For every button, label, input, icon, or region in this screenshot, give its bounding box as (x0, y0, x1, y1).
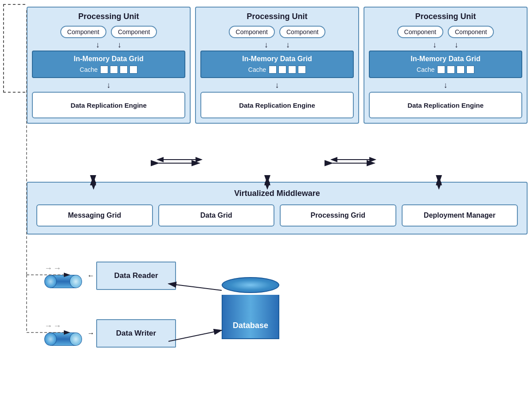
pu3-cache-block-3 (457, 66, 465, 74)
svg-line-15 (168, 330, 222, 341)
pu1-cache-block-4 (129, 66, 137, 74)
pu3-component-2: Component (448, 26, 494, 38)
data-reader-box: Data Reader (96, 262, 176, 290)
pu1-component-2: Component (111, 26, 157, 38)
gray-arrow-2-writer: → (53, 321, 61, 331)
pu1-cache-row: Cache (37, 66, 180, 74)
pu2-imdg-title: In-Memory Data Grid (206, 55, 348, 63)
vert-arrow-pu2-mw (261, 176, 274, 190)
pu2-cache-block-3 (288, 66, 296, 74)
pu1-dre: Data Replication Engine (32, 92, 185, 118)
pu2-cache-row: Cache (206, 66, 348, 74)
diagram-container: Processing Unit Component Component ↓ ↓ … (0, 0, 532, 395)
dre-arrow-1-2 (155, 151, 204, 168)
data-writer-queue (44, 332, 82, 346)
pu2-cache-block-4 (298, 66, 306, 74)
pu3-cache-row: Cache (374, 66, 517, 74)
dre-arrow-2-3 (329, 151, 378, 168)
pu1-cache-block-3 (120, 66, 128, 74)
pu2-cache-block-2 (278, 66, 286, 74)
pu3-title: Processing Unit (369, 12, 522, 21)
queue-left-writer (44, 332, 57, 346)
gray-arrow-2-reader: → (53, 264, 61, 273)
pu3-arrow-down-2: ↓ (454, 41, 458, 49)
queue-left-reader (44, 275, 57, 288)
pu1-cache-block-1 (100, 66, 108, 74)
data-writer-queue-section: → → (44, 321, 82, 346)
pu3-dre: Data Replication Engine (369, 92, 522, 118)
middleware-title: Virtualized Middleware (36, 189, 518, 198)
middleware-section: Virtualized Middleware Messaging Grid Da… (27, 182, 528, 235)
gray-arrow-1-reader: → (44, 264, 52, 273)
gray-arrows-reader: → → (44, 264, 61, 273)
data-reader-queue (44, 275, 82, 288)
pu3-imdg-title: In-Memory Data Grid (374, 55, 517, 63)
pu2-imdg-arrow: ↓ (200, 81, 354, 90)
middleware-deployment-manager: Deployment Manager (402, 204, 518, 227)
vert-arrow-pu1-mw (87, 176, 100, 190)
pu1-imdg: In-Memory Data Grid Cache (32, 51, 185, 78)
pu3-arrows-down: ↓ ↓ (369, 41, 522, 49)
pu2-imdg: In-Memory Data Grid Cache (200, 51, 354, 78)
processing-unit-1: Processing Unit Component Component ↓ ↓ … (27, 7, 191, 124)
middleware-processing-grid: Processing Grid (280, 204, 396, 227)
pu2-cache-label: Cache (248, 66, 266, 73)
pu2-component-1: Component (229, 26, 275, 38)
pu1-title: Processing Unit (32, 12, 185, 21)
middleware-messaging-grid: Messaging Grid (36, 204, 153, 227)
data-writer-row: → → → Data Writer (44, 319, 176, 348)
pu1-arrow-down-2: ↓ (117, 41, 121, 49)
data-writer-box: Data Writer (96, 319, 176, 348)
db-cylinder-body (222, 295, 279, 339)
processing-units-row: Processing Unit Component Component ↓ ↓ … (27, 7, 528, 124)
pu2-arrow-down-1: ↓ (264, 41, 268, 49)
pu1-arrows-down: ↓ ↓ (32, 41, 185, 49)
pu3-cache-block-2 (447, 66, 455, 74)
database-section: Database (222, 277, 279, 339)
pu2-cache-block-1 (269, 66, 277, 74)
pu2-title: Processing Unit (200, 12, 354, 21)
middleware-components: Messaging Grid Data Grid Processing Grid… (36, 204, 518, 227)
data-reader-row: → → ← Data Reader (44, 262, 176, 290)
pu2-arrows-down: ↓ ↓ (200, 41, 354, 49)
pu1-cache-label: Cache (80, 66, 98, 73)
dashed-left-border (3, 4, 25, 93)
vert-arrow-pu3-mw (432, 176, 446, 190)
pu2-component-2: Component (279, 26, 325, 38)
pu3-cache-block-1 (437, 66, 445, 74)
pu3-imdg: In-Memory Data Grid Cache (369, 51, 522, 78)
pu1-arrow-down-1: ↓ (96, 41, 100, 49)
pu3-cache-label: Cache (417, 66, 434, 73)
queue-right-writer (70, 332, 82, 346)
pu3-component-1: Component (397, 26, 443, 38)
pu1-component-1: Component (60, 26, 106, 38)
gray-arrows-writer: → → (44, 321, 61, 331)
pu1-imdg-arrow: ↓ (32, 81, 185, 90)
queue-right-reader (70, 275, 82, 288)
middleware-data-grid: Data Grid (158, 204, 275, 227)
pu3-arrow-down-1: ↓ (433, 41, 437, 49)
pu2-dre: Data Replication Engine (200, 92, 354, 118)
processing-unit-2: Processing Unit Component Component ↓ ↓ … (195, 7, 359, 124)
pu1-imdg-title: In-Memory Data Grid (37, 55, 180, 63)
pu2-components-row: Component Component (200, 26, 354, 38)
pu2-arrow-down-2: ↓ (286, 41, 290, 49)
arrow-to-reader: ← (87, 272, 94, 280)
pu1-components-row: Component Component (32, 26, 185, 38)
data-reader-queue-section: → → (44, 264, 82, 288)
gray-arrow-1-writer: → (44, 321, 52, 331)
processing-unit-3: Processing Unit Component Component ↓ ↓ … (364, 7, 528, 124)
pu3-components-row: Component Component (369, 26, 522, 38)
db-cylinder-top (222, 277, 279, 293)
pu1-cache-block-2 (110, 66, 118, 74)
pu3-imdg-arrow: ↓ (369, 81, 522, 90)
pu3-cache-block-4 (466, 66, 474, 74)
arrow-to-writer: → (87, 329, 94, 337)
database-cylinder: Database (222, 277, 279, 339)
svg-line-14 (168, 284, 222, 290)
database-label: Database (222, 321, 279, 330)
